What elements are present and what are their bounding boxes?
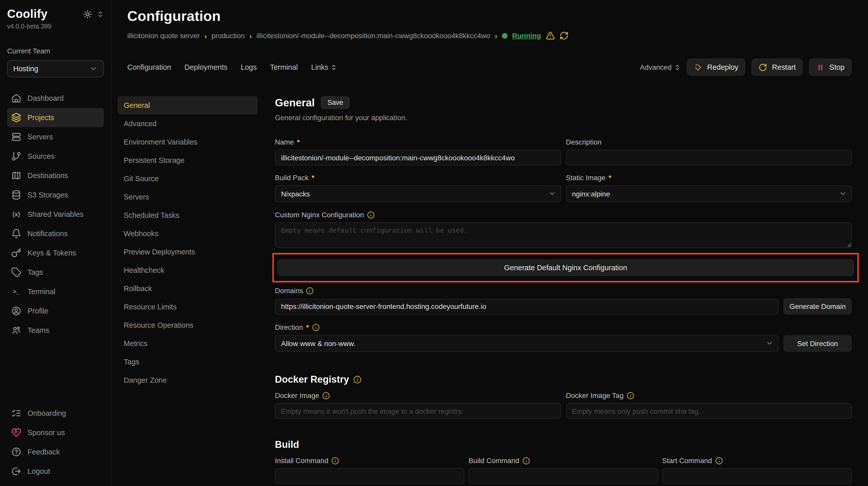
build-title: Build bbox=[275, 439, 299, 450]
team-select[interactable]: Hosting bbox=[7, 60, 104, 77]
list-checks-icon bbox=[11, 408, 21, 418]
subnav-item-webhooks[interactable]: Webhooks bbox=[118, 224, 257, 243]
sidebar-item-label: Destinations bbox=[28, 171, 68, 180]
subnav-item-preview-deployments[interactable]: Preview Deployments bbox=[118, 243, 257, 261]
sidebar-item-destinations[interactable]: Destinations bbox=[7, 166, 104, 185]
sidebar-item-logout[interactable]: Logout bbox=[7, 461, 104, 481]
subnav-item-persistent-storage[interactable]: Persistent Storage bbox=[118, 151, 257, 169]
subnav-item-general[interactable]: General bbox=[118, 96, 257, 115]
subnav-item-resource-limits[interactable]: Resource Limits bbox=[118, 298, 257, 316]
team-select-value: Hosting bbox=[13, 65, 38, 73]
sidebar-item-teams[interactable]: Teams bbox=[7, 321, 104, 340]
sidebar-item-terminal[interactable]: >_ Terminal bbox=[7, 282, 104, 301]
status-badge[interactable]: Running bbox=[512, 32, 541, 40]
nginx-config-textarea[interactable] bbox=[275, 222, 852, 248]
info-icon[interactable] bbox=[627, 392, 634, 399]
logout-icon bbox=[11, 466, 21, 476]
tags-icon bbox=[11, 267, 21, 277]
sidebar-item-label: Profile bbox=[28, 307, 49, 315]
sidebar-footer: Onboarding Sponsor us Feedback Logout bbox=[7, 403, 104, 481]
start-command-input[interactable] bbox=[662, 468, 852, 484]
docker-image-input[interactable] bbox=[275, 403, 561, 419]
refresh-icon[interactable] bbox=[559, 31, 568, 40]
tab-logs[interactable]: Logs bbox=[241, 63, 257, 71]
direction-select[interactable]: Allow www & non-www. bbox=[275, 335, 778, 352]
sidebar-item-feedback[interactable]: Feedback bbox=[7, 442, 104, 461]
info-icon[interactable] bbox=[322, 392, 330, 399]
info-icon[interactable] bbox=[312, 323, 319, 331]
current-team-label: Current Team bbox=[7, 47, 104, 55]
info-icon[interactable] bbox=[353, 376, 361, 384]
sidebar-item-sources[interactable]: Sources bbox=[7, 147, 104, 166]
tab-deployments[interactable]: Deployments bbox=[185, 63, 227, 71]
subnav-item-rollback[interactable]: Rollback bbox=[118, 280, 257, 298]
description-input[interactable] bbox=[566, 150, 852, 165]
breadcrumb-application[interactable]: illicitestonion/-module--decomposition:m… bbox=[256, 32, 490, 40]
sidebar-item-dashboard[interactable]: Dashboard bbox=[7, 89, 104, 108]
subnav-item-tags[interactable]: Tags bbox=[118, 353, 257, 371]
info-icon[interactable] bbox=[522, 457, 530, 464]
tab-links[interactable]: Links bbox=[311, 63, 337, 71]
breadcrumb-environment[interactable]: production bbox=[212, 32, 245, 40]
restart-button[interactable]: Restart bbox=[752, 59, 803, 76]
name-input[interactable] bbox=[275, 150, 561, 165]
tab-configuration[interactable]: Configuration bbox=[127, 63, 171, 71]
subnav-item-resource-operations[interactable]: Resource Operations bbox=[118, 316, 257, 334]
sidebar-item-notifications[interactable]: Notifications bbox=[7, 224, 104, 243]
sidebar-item-servers[interactable]: Servers bbox=[7, 127, 104, 147]
chevrons-up-down-icon bbox=[674, 64, 681, 70]
build-pack-select[interactable]: Nixpacks bbox=[275, 185, 561, 202]
sidebar-item-shared-variables[interactable]: (x) Shared Variables bbox=[7, 204, 104, 224]
server-icon bbox=[11, 132, 21, 142]
static-image-select[interactable]: nginx:alpine bbox=[566, 185, 852, 202]
info-icon[interactable] bbox=[306, 287, 314, 294]
install-command-input[interactable] bbox=[275, 468, 465, 484]
subnav-item-servers[interactable]: Servers bbox=[118, 188, 257, 206]
sidebar-item-label: Sponsor us bbox=[28, 428, 65, 436]
stop-button[interactable]: Stop bbox=[809, 59, 852, 76]
tab-links-label: Links bbox=[311, 63, 328, 71]
breadcrumb-project[interactable]: illicitonion quote server bbox=[127, 32, 200, 40]
info-icon[interactable] bbox=[332, 457, 339, 464]
subnav-item-git-source[interactable]: Git Source bbox=[118, 169, 257, 188]
sidebar-item-s3-storages[interactable]: S3 Storages bbox=[7, 185, 104, 204]
sidebar: Coolify v4.0.0-beta.399 Current Team Hos… bbox=[0, 0, 112, 486]
theme-toggle-sun-icon[interactable] bbox=[83, 10, 92, 19]
redeploy-icon bbox=[694, 63, 703, 71]
domains-input[interactable] bbox=[275, 298, 778, 314]
generate-domain-button[interactable]: Generate Domain bbox=[783, 298, 852, 315]
save-button[interactable]: Save bbox=[321, 96, 350, 109]
breadcrumb-separator: › bbox=[205, 31, 207, 40]
build-pack-value: Nixpacks bbox=[281, 190, 310, 198]
info-icon[interactable] bbox=[715, 457, 723, 464]
subnav-item-environment-variables[interactable]: Environment Variables bbox=[118, 133, 257, 151]
subnav-item-danger-zone[interactable]: Danger Zone bbox=[118, 371, 257, 389]
sidebar-item-sponsor-us[interactable]: Sponsor us bbox=[7, 423, 104, 442]
sidebar-item-tags[interactable]: Tags bbox=[7, 263, 104, 282]
generate-nginx-config-button[interactable]: Generate Default Nginx Configuration bbox=[277, 260, 854, 276]
docker-image-tag-input[interactable] bbox=[566, 403, 852, 419]
sidebar-item-label: Logout bbox=[28, 467, 50, 475]
sidebar-item-keys-tokens[interactable]: Keys & Tokens bbox=[7, 243, 104, 263]
chevrons-up-down-icon bbox=[331, 64, 337, 70]
start-command-label: Start Command bbox=[662, 456, 712, 465]
info-icon[interactable] bbox=[367, 211, 375, 219]
subnav-item-advanced[interactable]: Advanced bbox=[118, 115, 257, 133]
set-direction-button[interactable]: Set Direction bbox=[783, 335, 852, 351]
sidebar-item-profile[interactable]: Profile bbox=[7, 301, 104, 321]
alert-triangle-icon[interactable] bbox=[546, 31, 555, 40]
help-circle-icon bbox=[11, 447, 21, 457]
build-command-input[interactable] bbox=[469, 468, 658, 484]
sidebar-item-label: Onboarding bbox=[28, 409, 66, 417]
advanced-dropdown[interactable]: Advanced bbox=[640, 63, 681, 71]
subnav-item-healthcheck[interactable]: Healthcheck bbox=[118, 261, 257, 280]
subnav-item-metrics[interactable]: Metrics bbox=[118, 334, 257, 353]
redeploy-button[interactable]: Redeploy bbox=[687, 59, 746, 76]
tab-terminal[interactable]: Terminal bbox=[270, 63, 298, 71]
chevrons-up-down-icon[interactable] bbox=[97, 11, 104, 18]
subnav-item-scheduled-tasks[interactable]: Scheduled Tasks bbox=[118, 206, 257, 224]
breadcrumb: illicitonion quote server › production ›… bbox=[127, 31, 852, 40]
description-label: Description bbox=[566, 138, 601, 146]
sidebar-item-projects[interactable]: Projects bbox=[7, 108, 104, 127]
sidebar-item-onboarding[interactable]: Onboarding bbox=[7, 403, 104, 423]
